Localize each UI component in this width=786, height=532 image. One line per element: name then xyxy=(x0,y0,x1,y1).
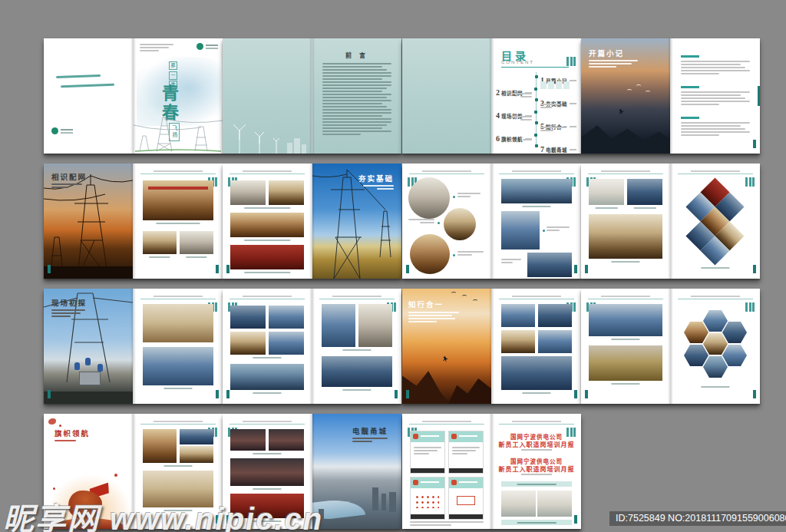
photo-caption xyxy=(230,271,304,275)
photo-lecture-hall xyxy=(143,429,177,463)
red-dot-chart xyxy=(414,494,439,508)
photo-circle-meeting xyxy=(410,234,450,274)
page-number-tab xyxy=(216,390,219,398)
cover-company-lines xyxy=(140,44,173,53)
photo-team-exercise xyxy=(501,356,572,390)
bird-glyph xyxy=(646,91,650,94)
spread-ch5-unity: 知行合一 xyxy=(402,289,581,404)
photo-workers-observing xyxy=(143,347,213,385)
photo-caption-lines xyxy=(547,226,570,233)
stock-preview-canvas: 那 一 季 青春 飞扬 xyxy=(0,0,786,532)
text-line xyxy=(322,72,391,74)
toc-page-ref xyxy=(570,80,576,81)
red-paint-splash xyxy=(48,418,56,425)
ch1-photo-page: 开篇小记 xyxy=(581,38,670,154)
toc-item-number: 4 xyxy=(496,111,500,120)
toc-item-sublines xyxy=(512,93,532,99)
photo-caption xyxy=(603,338,649,342)
card-title-bar xyxy=(421,481,439,483)
photo-caption xyxy=(244,392,290,395)
page-header-rule xyxy=(140,424,216,425)
photo-caption xyxy=(143,256,177,259)
toc-item: 1开篇小记 xyxy=(540,72,580,86)
preface-art-page xyxy=(223,38,312,154)
text-line xyxy=(140,44,173,45)
toc-item-number: 7 xyxy=(540,145,544,154)
spread-ch1-opening-notes: 开篇小记 xyxy=(581,38,760,154)
spread-ch4-photos xyxy=(223,289,401,404)
text-line xyxy=(322,81,391,83)
photo-maintenance xyxy=(538,330,572,353)
page-header-rule xyxy=(230,299,305,299)
page-header-rule xyxy=(499,299,574,299)
circle-collage-page xyxy=(402,164,491,279)
section-heading-bar xyxy=(681,117,699,119)
text-line xyxy=(363,185,394,187)
text-line xyxy=(452,453,467,454)
ch5-photos-page xyxy=(492,289,581,404)
ch1-text-page xyxy=(671,38,760,154)
logo-mark-icon xyxy=(51,127,58,134)
text-line xyxy=(681,91,750,93)
toc-item-number: 2 xyxy=(496,88,500,97)
text-line xyxy=(540,130,553,131)
text-line xyxy=(322,115,382,117)
card-title-bar xyxy=(459,435,477,437)
mountain-peak xyxy=(448,370,491,404)
toc-item: 6旗帜领航 xyxy=(492,131,532,144)
photo-panel-room-visit xyxy=(143,304,213,342)
photo-field-training xyxy=(589,304,662,336)
logo-mark-icon xyxy=(196,43,203,50)
card-text-lines xyxy=(452,447,480,456)
text-line xyxy=(322,78,382,80)
photo-climbing-training xyxy=(230,306,266,329)
page-header-rule xyxy=(499,424,574,425)
text-line xyxy=(140,50,159,51)
photo-group-discussion xyxy=(627,179,662,205)
text-line xyxy=(681,67,745,68)
toc-item: 7电靓甬城 xyxy=(540,141,580,154)
spread-spine xyxy=(489,164,494,279)
photo-pole-climb xyxy=(322,304,355,347)
red-dot xyxy=(114,474,117,477)
text-line xyxy=(51,183,82,185)
ch2-photo-page: 相识配网 xyxy=(44,164,133,279)
worker-figure xyxy=(74,362,80,370)
bird-glyph xyxy=(636,84,641,88)
text-line xyxy=(322,75,391,77)
note-lines xyxy=(410,521,484,527)
page-number-tab xyxy=(585,265,588,273)
text-line xyxy=(681,122,750,124)
toc-item: 2相识配网 xyxy=(492,84,532,98)
toc-item-sublines xyxy=(512,116,532,122)
text-line xyxy=(681,73,719,74)
ch3-photo-page: 夯实基础 xyxy=(312,164,401,279)
preface-paragraphs xyxy=(322,63,391,137)
spread-spine xyxy=(668,289,673,404)
card-header xyxy=(411,477,444,488)
logo-text-lines xyxy=(61,129,73,135)
text-line xyxy=(457,196,471,197)
photo-hands-on-practice xyxy=(501,211,540,249)
card-footer-bar xyxy=(411,514,444,519)
photo-caption xyxy=(589,207,624,210)
spread-spine xyxy=(489,38,494,154)
text-line xyxy=(414,447,441,448)
photo-whiteboard xyxy=(501,491,536,517)
page-header-rule xyxy=(140,173,216,174)
photo-indoor-briefing xyxy=(230,332,266,355)
worker-figure xyxy=(97,364,103,372)
text-line xyxy=(322,118,391,120)
chapter1-intro-lines xyxy=(589,60,638,69)
spread-ch3-photos-diamonds xyxy=(581,164,760,279)
text-line xyxy=(408,315,452,316)
text-line xyxy=(501,262,513,263)
text-line xyxy=(547,230,560,231)
card-footer-bar xyxy=(449,514,483,519)
image-id-bar: ID:7525849 NO:20181117091559006080 xyxy=(609,511,786,526)
spread-spine xyxy=(489,289,494,404)
dark-ground xyxy=(44,266,133,279)
toc-item: 5知行合一 xyxy=(540,118,580,132)
page-number-tab xyxy=(48,265,51,273)
photo-team-operation xyxy=(322,356,392,387)
